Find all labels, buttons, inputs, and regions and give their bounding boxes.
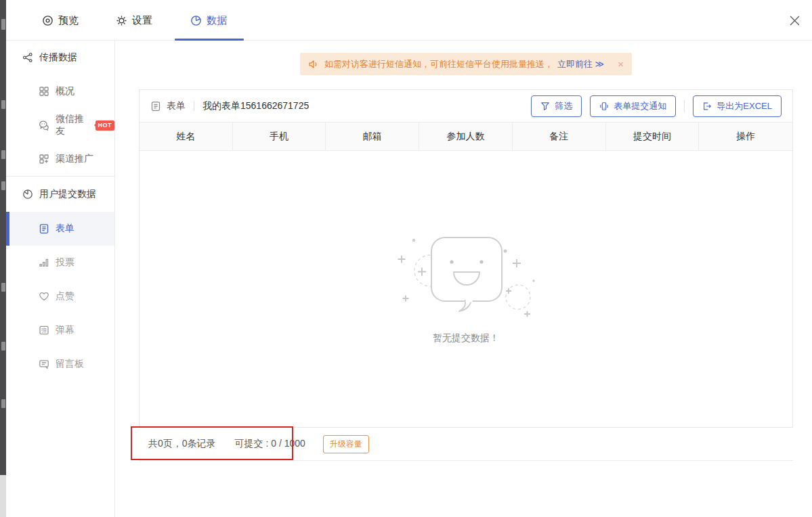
funnel-icon [540,102,550,111]
sidebar-item-vote[interactable]: 投票 [6,246,114,279]
banner-go-now-link[interactable]: 立即前往 ≫ [557,58,604,70]
card-type-label: 表单 [167,100,186,112]
tab-preview-label: 预览 [58,14,79,27]
form-icon [39,223,49,234]
sidebar-label: 渠道推广 [56,153,93,165]
sms-notice-banner: 如需对访客进行短信通知，可前往短信平台使用批量推送， 立即前往 ≫ × [300,53,632,75]
empty-state-illustration [388,233,544,323]
grid-icon [39,86,49,97]
sidebar-label: 点赞 [56,290,74,302]
table-column-header: 姓名 手机 邮箱 参加人数 备注 提交时间 操作 [140,122,792,151]
background-fragment [1,283,5,292]
hot-badge: HOT [95,120,115,131]
tab-preview[interactable]: 预览 [42,0,79,41]
column-participants: 参加人数 [419,122,513,150]
data-panel-modal: 预览 设置 数据 传播数据 [0,0,812,517]
heart-icon [39,291,49,302]
sidebar-item-user-submitted-data[interactable]: 用户提交数据 [6,177,114,212]
sidebar-label: 留言板 [56,358,84,370]
tab-settings[interactable]: 设置 [116,0,152,41]
background-fragment [1,342,5,351]
pagination-summary: 共0页，0条记录 [148,438,216,450]
sidebar-item-form[interactable]: 表单 [6,212,114,246]
toolbar-divider [684,100,685,112]
active-tab-underline [175,39,244,41]
sidebar-label: 微信推友 [56,113,91,137]
banner-text: 如需对访客进行短信通知，可前往短信平台使用批量推送， [324,58,553,70]
sidebar-label: 弹幕 [56,324,74,336]
empty-state-text: 暂无提交数据！ [433,332,499,344]
form-submit-notify-button[interactable]: 表单提交通知 [590,95,676,117]
tab-data-label: 数据 [207,14,227,27]
sidebar-item-overview[interactable]: 概况 [6,74,114,108]
sidebar-label: 表单 [56,223,74,235]
gear-icon [116,15,127,26]
top-tab-bar: 预览 设置 数据 [6,0,812,41]
phone-notify-icon [599,102,609,111]
sidebar-item-danmu[interactable]: 弹 弹幕 [6,313,114,347]
card-toolbar: 筛选 表单提交通知 导出为EXCEL [531,95,782,117]
filter-button-label: 筛选 [555,100,572,112]
empty-state: 暂无提交数据！ [140,151,792,427]
form-title: 我的表单1561662671725 [202,100,309,112]
wechat-icon [39,120,49,131]
notify-button-label: 表单提交通知 [614,100,666,112]
sidebar-item-message-board[interactable]: 留言板 [6,347,114,381]
column-name: 姓名 [140,122,233,150]
column-submit-time: 提交时间 [606,122,700,150]
sidebar-item-like[interactable]: 点赞 [6,279,114,313]
channel-icon [39,154,49,164]
sidebar-item-wechat-push[interactable]: 微信推友 HOT [6,108,114,142]
sidebar-item-channel-promo[interactable]: 渠道推广 [6,142,114,176]
pie-chart-icon [190,15,202,26]
eye-icon [42,15,54,26]
pagination-footer: 共0页，0条记录 可提交 : 0 / 1000 升级容量 [139,428,793,461]
close-icon[interactable] [786,12,803,28]
banner-close-icon[interactable]: × [618,59,624,69]
pie-icon [22,189,33,200]
sidebar: 传播数据 概况 微信推友 HOT 渠道推广 用户提交数据 [6,41,115,517]
card-header: 表单 我的表单1561662671725 筛选 表单提交通知 [140,90,792,122]
speaker-icon [308,59,319,70]
divider [194,102,194,111]
tab-data[interactable]: 数据 [190,0,227,41]
background-fragment [1,100,5,109]
vote-icon [39,257,49,268]
sidebar-item-spread-data[interactable]: 传播数据 [6,41,114,74]
filter-button[interactable]: 筛选 [531,95,582,117]
column-phone: 手机 [233,122,326,150]
share-icon [22,52,33,63]
export-icon [702,102,712,111]
submit-quota: 可提交 : 0 / 1000 [235,438,305,450]
upgrade-capacity-button[interactable]: 升级容量 [323,435,369,453]
background-fragment [1,399,5,408]
svg-text:弹: 弹 [41,328,47,334]
sidebar-label: 概况 [56,85,74,97]
background-page-strip [0,0,6,517]
column-remark: 备注 [513,122,606,150]
background-fragment [1,181,5,190]
sidebar-label: 用户提交数据 [39,188,96,200]
tab-settings-label: 设置 [132,14,152,27]
background-fragment [1,19,5,30]
export-button-label: 导出为EXCEL [717,100,772,112]
form-data-card: 表单 我的表单1561662671725 筛选 表单提交通知 [139,89,793,428]
column-actions: 操作 [699,122,792,150]
column-email: 邮箱 [326,122,419,150]
message-icon [39,359,49,369]
form-icon [150,101,161,112]
danmu-icon: 弹 [39,325,49,336]
background-fragment [0,475,6,517]
background-fragment [1,150,5,159]
export-excel-button[interactable]: 导出为EXCEL [693,95,782,117]
sidebar-label: 传播数据 [39,51,77,64]
sidebar-label: 投票 [56,256,74,269]
